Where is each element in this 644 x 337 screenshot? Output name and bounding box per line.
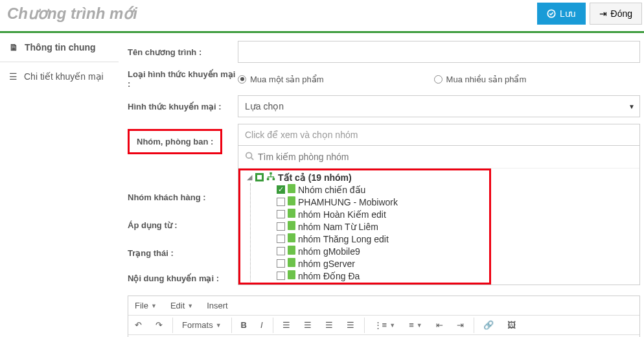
- chevron-down-icon: ▼: [417, 322, 422, 329]
- group-icon: [288, 246, 295, 257]
- tree-checkbox[interactable]: [255, 173, 264, 181]
- radio-icon: [238, 75, 246, 84]
- group-label-highlight: Nhóm, phòng ban :: [128, 129, 222, 154]
- undo-button[interactable]: ↶: [128, 316, 149, 334]
- apply-from-label: Áp dụng từ :: [128, 220, 238, 230]
- svg-line-2: [251, 157, 254, 160]
- tree-node-label: nhóm gMobile9: [298, 246, 360, 257]
- radio-many-products[interactable]: Mua nhiều sản phẩm: [434, 75, 527, 84]
- promo-form-label: Hình thức khuyến mại :: [128, 102, 238, 111]
- tree-node[interactable]: ▸nhóm Đống Đa: [268, 270, 639, 282]
- formats-dropdown[interactable]: Formats ▼: [176, 316, 229, 334]
- program-name-input[interactable]: [238, 41, 640, 63]
- tree-node[interactable]: ▸nhóm gServer: [268, 257, 639, 270]
- sidebar-item-label: Thông tin chung: [25, 42, 96, 52]
- promo-form-value: Lựa chọn: [245, 101, 284, 111]
- tree-node[interactable]: ▸nhóm gMobile9: [268, 245, 639, 257]
- status-label: Trạng thái :: [128, 248, 238, 258]
- toolbar-menu-row: File ▼ Edit ▼ Insert: [128, 296, 639, 316]
- svg-point-1: [246, 152, 252, 158]
- editor-toolbar: File ▼ Edit ▼ Insert ↶ ↷ Formats ▼ B I ☰…: [128, 296, 640, 337]
- tree-root[interactable]: ◢ Tất cả (19 nhóm): [246, 171, 639, 183]
- outdent-button[interactable]: ⇤: [430, 316, 450, 334]
- sidebar-item-label: Chi tiết khuyến mại: [24, 71, 104, 82]
- svg-rect-3: [270, 172, 272, 175]
- tree-node-label: nhóm Nam Từ Liêm: [298, 222, 378, 232]
- sidebar-item-general[interactable]: 🗎 Thông tin chung: [0, 33, 119, 62]
- group-click-input[interactable]: Click để xem và chọn nhóm: [238, 124, 640, 146]
- number-list-button[interactable]: ≡ ▼: [402, 316, 430, 334]
- italic-button[interactable]: I: [254, 316, 270, 334]
- group-label: Nhóm, phòng ban :: [132, 133, 218, 150]
- group-icon: [288, 258, 295, 269]
- group-tree-panel: ◢ Tất cả (19 nhóm) ▸Nhóm chiến đấu▸PHAMH…: [238, 146, 640, 285]
- align-left-button[interactable]: ☰: [276, 316, 297, 334]
- tree-checkbox[interactable]: [277, 272, 285, 280]
- tree-node-label: nhóm Đống Đa: [298, 271, 360, 281]
- bullet-list-button[interactable]: ⋮≡ ▼: [367, 316, 403, 334]
- sidebar-item-detail[interactable]: ☰ Chi tiết khuyến mại: [0, 62, 119, 91]
- align-center-button[interactable]: ☰: [297, 316, 319, 334]
- search-icon: [245, 152, 254, 163]
- redo-button[interactable]: ↷: [149, 316, 170, 334]
- group-control: Click để xem và chọn nhóm ◢: [238, 124, 640, 285]
- formats-label: Formats: [182, 320, 213, 330]
- group-search-input[interactable]: [238, 146, 639, 168]
- group-icon: [288, 270, 295, 281]
- tree-collapse-icon[interactable]: ◢: [246, 173, 253, 181]
- tree-checkbox[interactable]: [277, 222, 285, 231]
- group-search-wrap: [238, 146, 639, 168]
- toolbar-format-row: ↶ ↷ Formats ▼ B I ☰ ☰ ☰ ☰ ⋮≡ ▼ ≡ ▼ ⇤ ⇥ 🔗…: [128, 316, 639, 335]
- link-button[interactable]: 🔗: [477, 316, 501, 334]
- chevron-down-icon: ▼: [389, 322, 395, 329]
- save-button[interactable]: Lưu: [537, 3, 586, 25]
- tree-checkbox[interactable]: [277, 210, 285, 218]
- chevron-down-icon: ▼: [151, 303, 157, 309]
- logout-icon: ⇥: [599, 8, 607, 19]
- tree-node[interactable]: ▸PHAMHUNG - Mobiwork: [268, 196, 639, 208]
- align-justify-button[interactable]: ☰: [340, 316, 362, 334]
- tree-checkbox[interactable]: [277, 198, 285, 206]
- radio-one-product[interactable]: Mua một sản phẩm: [238, 75, 324, 84]
- tree-node[interactable]: ▸nhóm Nam Từ Liêm: [268, 220, 639, 233]
- row-program-name: Tên chương trình :: [128, 41, 640, 63]
- group-label-wrap: Nhóm, phòng ban :: [128, 124, 238, 154]
- main-panel: Tên chương trình : Loại hình thức khuyến…: [119, 33, 644, 337]
- customer-group-label: Nhóm khách hàng :: [128, 192, 238, 202]
- program-name-label: Tên chương trình :: [128, 47, 238, 57]
- svg-rect-4: [267, 178, 270, 181]
- main-container: 🗎 Thông tin chung ☰ Chi tiết khuyến mại …: [0, 33, 644, 337]
- close-button[interactable]: ⇥ Đóng: [590, 3, 642, 25]
- tree-checkbox[interactable]: [277, 259, 285, 268]
- separator: [273, 318, 273, 333]
- tree-checkbox[interactable]: [277, 185, 285, 194]
- indent-button[interactable]: ⇥: [450, 316, 471, 334]
- promo-form-select[interactable]: Lựa chọn: [238, 95, 640, 117]
- tree-node[interactable]: ▸nhóm Thăng Long edit: [268, 233, 639, 245]
- document-icon: 🗎: [9, 42, 18, 52]
- menu-file[interactable]: File ▼: [128, 296, 164, 315]
- group-icon: [288, 209, 295, 220]
- group-tree: ◢ Tất cả (19 nhóm) ▸Nhóm chiến đấu▸PHAMH…: [238, 171, 639, 282]
- radio-label: Mua nhiều sản phẩm: [446, 75, 527, 84]
- tree-checkbox[interactable]: [277, 235, 285, 243]
- overlay-labels: Nhóm khách hàng : Áp dụng từ : Trạng thá…: [128, 155, 238, 283]
- tree-node-label: PHAMHUNG - Mobiwork: [298, 197, 398, 207]
- tree-node[interactable]: ▸Nhóm chiến đấu: [268, 183, 639, 196]
- bold-button[interactable]: B: [235, 316, 254, 334]
- tree-node[interactable]: ▸nhóm Hoàn Kiếm edit: [268, 208, 639, 220]
- menu-insert[interactable]: Insert: [200, 296, 235, 315]
- page-title: Chương trình mới: [2, 5, 537, 23]
- content-label: Nội dung khuyến mại :: [128, 273, 238, 283]
- save-button-label: Lưu: [560, 8, 576, 19]
- align-right-button[interactable]: ☰: [319, 316, 340, 334]
- tree-checkbox[interactable]: [277, 247, 285, 255]
- menu-edit[interactable]: Edit ▼: [164, 296, 200, 315]
- tree-node-label: nhóm gServer: [298, 259, 355, 269]
- check-circle-icon: [547, 9, 556, 18]
- separator: [364, 318, 365, 333]
- row-promo-type: Loại hình thức khuyến mại : Mua một sản …: [128, 69, 640, 89]
- menu-file-label: File: [135, 301, 148, 310]
- separator: [172, 318, 173, 333]
- image-button[interactable]: 🖼: [501, 316, 523, 334]
